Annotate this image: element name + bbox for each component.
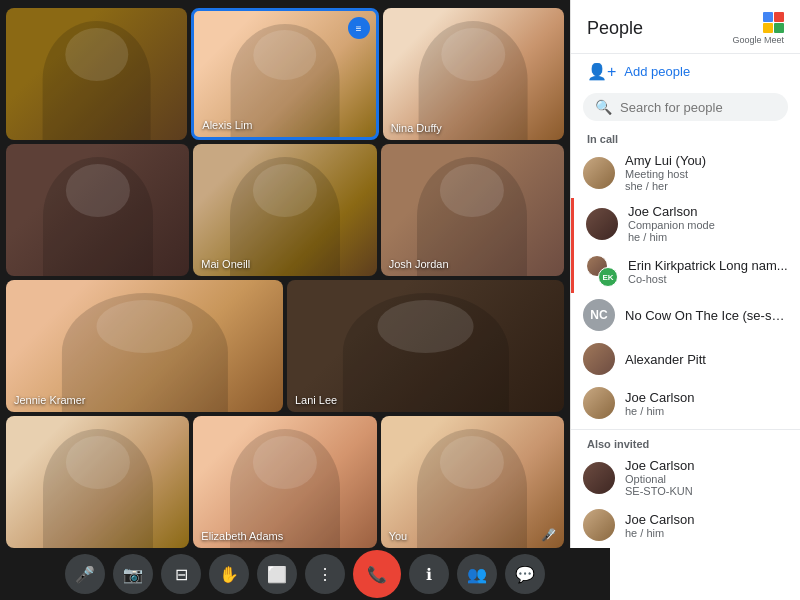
participant-detail-joe4: he / him [625, 527, 788, 539]
participant-name-joe3: Joe Carlson [625, 458, 788, 473]
participant-name-mai: Mai Oneill [201, 258, 250, 270]
participant-info-joe4: Joe Carlson he / him [625, 512, 788, 539]
avatar-alex [583, 343, 615, 375]
bottom-toolbar: 🎤 📷 ⊟ ✋ ⬜ ⋮ 📞 ℹ 👥 💬 [0, 548, 610, 600]
logo-green-square [774, 23, 784, 33]
participant-name-nocow: No Cow On The Ice (se-sto... [625, 308, 788, 323]
list-item-joe2[interactable]: Joe Carlson he / him [571, 381, 800, 425]
participant-pronoun-joe1: he / him [628, 231, 788, 243]
in-call-section-label: In call [571, 129, 800, 147]
participant-info-joe1: Joe Carlson Companion mode he / him [628, 204, 788, 243]
video-row-4: Elizabeth Adams 🎤̸ You [6, 416, 564, 548]
panel-title: People [587, 18, 643, 39]
video-cell-p4[interactable] [6, 144, 189, 276]
video-cell-lani[interactable]: Lani Lee [287, 280, 564, 412]
participant-pronoun-amy: she / her [625, 180, 788, 192]
logo-blue-square [763, 12, 773, 22]
video-row-1: ≡ Alexis Lim Nina Duffy [6, 8, 564, 140]
participant-name-joe1: Joe Carlson [628, 204, 788, 219]
participant-detail2-joe3: SE-STO-KUN [625, 485, 788, 497]
participant-info-erin: Erin Kirkpatrick Long nam... Co-host [628, 258, 788, 285]
video-cell-alexis[interactable]: ≡ Alexis Lim [191, 8, 378, 140]
list-item-erin[interactable]: EK Erin Kirkpatrick Long nam... Co-host [571, 249, 800, 293]
list-item-joe4[interactable]: Joe Carlson he / him [571, 503, 800, 547]
avatar-joe3 [583, 462, 615, 494]
participant-info-nocow: No Cow On The Ice (se-sto... [625, 308, 788, 323]
avatar-joe2 [583, 387, 615, 419]
participant-list: In call Amy Lui (You) Meeting host she /… [571, 129, 800, 600]
participant-name-alexis: Alexis Lim [202, 119, 252, 131]
end-call-button[interactable]: 📞 [353, 550, 401, 598]
more-button[interactable]: ⋮ [305, 554, 345, 594]
section-divider [571, 429, 800, 430]
people-button[interactable]: 👥 [457, 554, 497, 594]
list-item-joe3[interactable]: Joe Carlson Optional SE-STO-KUN [571, 452, 800, 503]
avatar-nocow: NC [583, 299, 615, 331]
list-item-alex[interactable]: Alexander Pitt [571, 337, 800, 381]
search-icon: 🔍 [595, 99, 612, 115]
avatar-joe4 [583, 509, 615, 541]
list-item-joe1[interactable]: Joe Carlson Companion mode he / him [571, 198, 800, 249]
video-cell-you[interactable]: 🎤̸ You [381, 416, 564, 548]
participant-name-joe2: Joe Carlson [625, 390, 788, 405]
participant-info-alex: Alexander Pitt [625, 352, 788, 367]
video-cell-jennie[interactable]: Jennie Kramer [6, 280, 283, 412]
list-item-nocow[interactable]: NC No Cow On The Ice (se-sto... [571, 293, 800, 337]
google-meet-text: Google Meet [732, 35, 784, 45]
participant-info-amy: Amy Lui (You) Meeting host she / her [625, 153, 788, 192]
participant-name-you: You [389, 530, 408, 542]
google-meet-logo: Google Meet [732, 12, 784, 45]
chat-button[interactable]: 💬 [505, 554, 545, 594]
logo-red-square [774, 12, 784, 22]
list-item-amy[interactable]: Amy Lui (You) Meeting host she / her [571, 147, 800, 198]
people-panel: People Google Meet 👤+ Add people 🔍 In ca… [570, 0, 800, 600]
participant-detail1-joe3: Optional [625, 473, 788, 485]
raise-hand-button[interactable]: ✋ [209, 554, 249, 594]
video-grid: ≡ Alexis Lim Nina Duffy Mai Oneill Josh … [0, 0, 570, 600]
video-cell-elizabeth[interactable]: Elizabeth Adams [193, 416, 376, 548]
participant-detail-amy: Meeting host [625, 168, 788, 180]
video-cell-p9[interactable] [6, 416, 189, 548]
search-input[interactable] [620, 100, 788, 115]
participant-info-joe2: Joe Carlson he / him [625, 390, 788, 417]
info-button[interactable]: ℹ [409, 554, 449, 594]
video-cell-p1[interactable] [6, 8, 187, 140]
mic-button[interactable]: 🎤 [65, 554, 105, 594]
captions-button[interactable]: ⊟ [161, 554, 201, 594]
avatar-amy [583, 157, 615, 189]
participant-name-amy: Amy Lui (You) [625, 153, 788, 168]
participant-name-erin: Erin Kirkpatrick Long nam... [628, 258, 788, 273]
participant-detail-erin: Co-host [628, 273, 788, 285]
companion-badge: ≡ [348, 17, 370, 39]
participant-name-elizabeth: Elizabeth Adams [201, 530, 283, 542]
participant-name-nina: Nina Duffy [391, 122, 442, 134]
logo-squares [763, 12, 784, 33]
participant-name-lani: Lani Lee [295, 394, 337, 406]
add-people-row[interactable]: 👤+ Add people [571, 54, 800, 89]
panel-header: People Google Meet [571, 0, 800, 54]
participant-info-joe3: Joe Carlson Optional SE-STO-KUN [625, 458, 788, 497]
participant-detail-joe1: Companion mode [628, 219, 788, 231]
logo-yellow-square [763, 23, 773, 33]
participant-detail-joe2: he / him [625, 405, 788, 417]
video-cell-nina[interactable]: Nina Duffy [383, 8, 564, 140]
avatar-erin-stack: EK [586, 255, 618, 287]
participant-name-joe4: Joe Carlson [625, 512, 788, 527]
also-invited-section-label: Also invited [571, 434, 800, 452]
video-cell-mai[interactable]: Mai Oneill [193, 144, 376, 276]
video-row-3: Jennie Kramer Lani Lee [6, 280, 564, 412]
add-person-icon: 👤+ [587, 62, 616, 81]
search-bar: 🔍 [583, 93, 788, 121]
participant-name-jennie: Jennie Kramer [14, 394, 86, 406]
mic-off-icon: 🎤̸ [541, 528, 556, 542]
camera-button[interactable]: 📷 [113, 554, 153, 594]
avatar-joe1 [586, 208, 618, 240]
share-button[interactable]: ⬜ [257, 554, 297, 594]
avatar-erin-badge: EK [598, 267, 618, 287]
participant-name-alex: Alexander Pitt [625, 352, 788, 367]
video-row-2: Mai Oneill Josh Jordan [6, 144, 564, 276]
video-cell-josh[interactable]: Josh Jordan [381, 144, 564, 276]
participant-name-josh: Josh Jordan [389, 258, 449, 270]
add-people-label: Add people [624, 64, 690, 79]
